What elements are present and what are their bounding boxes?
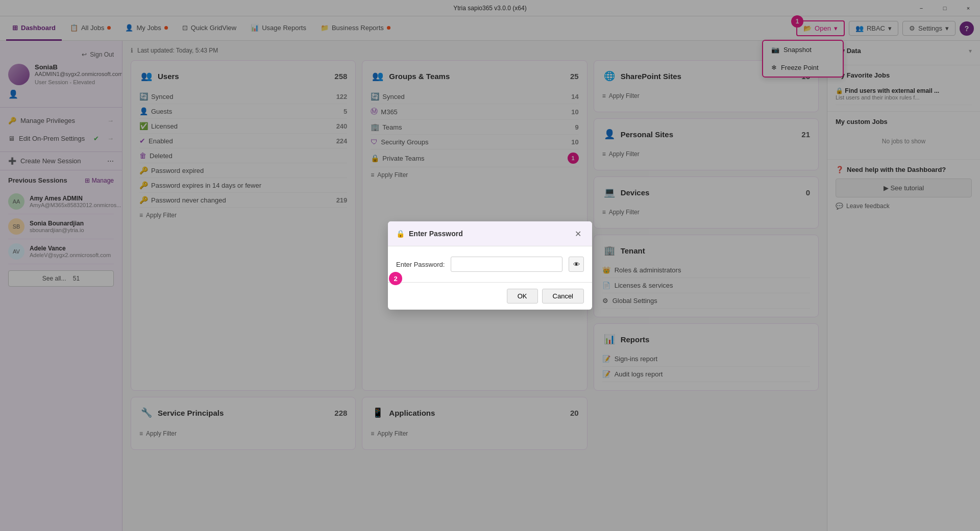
eye-button[interactable]: 👁 [569,257,584,272]
enter-password-modal: 🔒 Enter Password ✕ 2 Enter Password: 👁 O… [388,221,592,310]
modal-lock-icon: 🔒 [396,230,405,238]
modal-overlay: 🔒 Enter Password ✕ 2 Enter Password: 👁 O… [0,0,980,531]
modal-field-label: Enter Password: [396,261,445,268]
badge-2: 2 [389,272,402,285]
ok-button[interactable]: OK [507,289,538,304]
modal-close-button[interactable]: ✕ [572,227,584,240]
modal-field: Enter Password: 👁 [396,257,584,272]
cancel-button[interactable]: Cancel [542,289,584,304]
password-input[interactable] [451,257,562,272]
modal-footer: OK Cancel [388,282,592,310]
modal-body: 2 Enter Password: 👁 [388,246,592,282]
modal-header: 🔒 Enter Password ✕ [388,221,592,246]
